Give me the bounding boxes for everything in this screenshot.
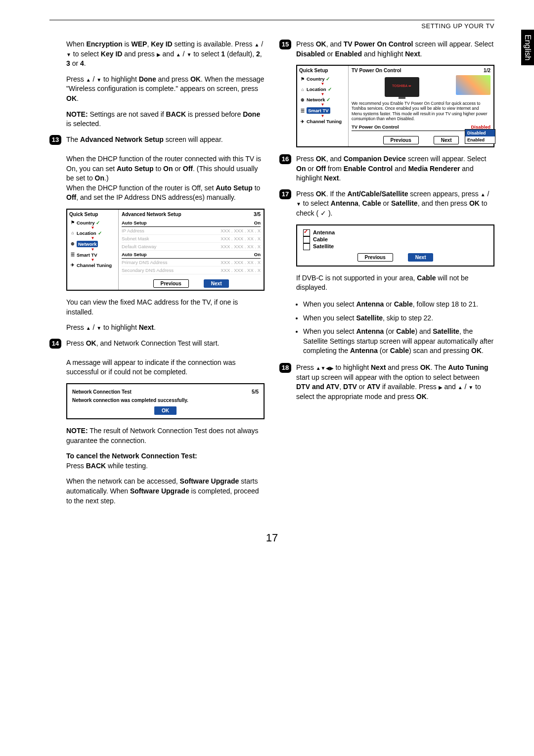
fig-antenna-select: Antenna Cable Satellite Previous Next [296,224,494,267]
step-14-text: Press OK, and Network Connection Test wi… [66,339,265,377]
note-network-test: NOTE: The result of Network Connection T… [66,426,265,445]
step-17-text: Press OK. If the Ant/Cable/Satellite scr… [296,189,494,219]
note-back: NOTE: Settings are not saved if BACK is … [66,110,265,129]
previous-button[interactable]: Previous [383,136,419,144]
step-15-badge: 15 [279,40,291,49]
next-button[interactable]: Next [204,279,229,288]
fig-tv-power: Quick Setup ⚑Country✓ ▼ ⌂Location✓ ▼ ⊕Ne… [296,65,494,147]
page-header: SETTING UP YOUR TV [49,22,494,30]
software-upgrade: When the network can be accessed, Softwa… [66,477,265,506]
step-18-badge: 18 [279,363,291,373]
antenna-checkbox[interactable] [303,229,310,236]
done-paragraph: Press / to highlight Done and press OK. … [66,75,265,104]
highlight-next: Press / to highlight Next. [66,323,265,333]
next-button[interactable]: Next [408,253,434,262]
previous-button[interactable]: Previous [357,253,393,262]
down-icon [66,50,71,58]
ok-button[interactable]: OK [154,406,177,415]
up-icon [254,40,259,48]
selection-bullets: When you select Antenna or Cable, follow… [279,300,494,356]
cable-checkbox[interactable] [303,236,310,243]
previous-button[interactable]: Previous [153,279,189,288]
cancel-test: To cancel the Network Connection Test: P… [66,451,265,471]
step-16-text: Press OK, and Companion Device screen wi… [296,154,494,183]
step-18-text: Press to highlight Next and press OK. Th… [296,363,494,401]
step-13-text: The Advanced Network Setup screen will a… [66,135,265,203]
fig-network-test: Network Connection Test5/5 Network conne… [66,383,265,419]
wep-paragraph: When Encryption is WEP, Key ID setting i… [66,40,265,69]
next-button[interactable]: Next [434,136,459,144]
page-number: 17 [49,532,494,544]
dvbc-note: If DVB-C is not supported in your area, … [296,273,494,293]
step-16-badge: 16 [279,154,291,164]
step-15-text: Press OK, and TV Power On Control screen… [296,40,494,59]
enabled-dropdown[interactable]: Disabled Enabled [465,129,495,144]
language-tab: English [521,30,534,65]
step-17-badge: 17 [279,189,291,199]
step-14-badge: 14 [49,339,61,349]
satellite-checkbox[interactable] [303,243,310,250]
mac-paragraph: You can view the fixed MAC address for t… [66,298,265,317]
right-icon [157,50,161,58]
step-13-badge: 13 [49,135,61,145]
fig-advanced-network: Quick Setup ⚑Country✓ ▼ ⌂Location✓ ▼ ⊕Ne… [66,209,265,291]
